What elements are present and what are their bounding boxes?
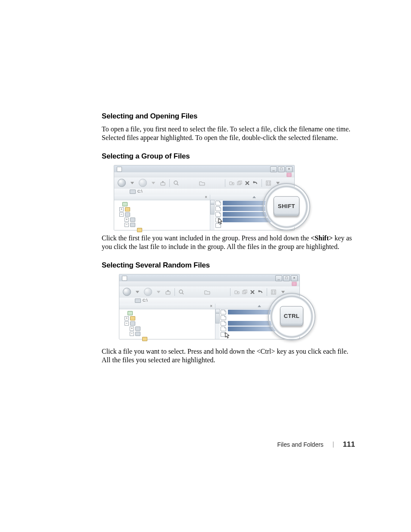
para-text: Click the first file you want included i… xyxy=(102,234,311,242)
tree-header: × xyxy=(114,195,210,200)
folder-icon xyxy=(142,337,147,341)
sort-arrow-icon xyxy=(252,196,256,198)
expand-icon[interactable]: + xyxy=(130,327,134,331)
collapse-icon[interactable]: − xyxy=(125,223,129,227)
forward-button[interactable] xyxy=(144,288,152,296)
scroll-up-icon[interactable] xyxy=(210,200,215,204)
address-path: C:\ xyxy=(143,299,148,302)
tree-item[interactable] xyxy=(117,202,143,207)
tree-item[interactable] xyxy=(117,227,143,233)
tree-item[interactable]: + xyxy=(117,217,143,222)
window-icon xyxy=(122,276,127,281)
figure-ctrl-select: _ □ × xyxy=(119,274,300,339)
keycap-callout: CTRL xyxy=(268,293,315,340)
dropdown-arrow-icon[interactable] xyxy=(134,289,140,295)
window-icon xyxy=(117,167,122,172)
back-button[interactable] xyxy=(118,179,126,187)
file-icon xyxy=(215,212,221,217)
maximize-button[interactable]: □ xyxy=(283,275,290,281)
copy-to-icon[interactable] xyxy=(237,180,243,186)
address-path: C:\ xyxy=(137,190,143,193)
folder-icon xyxy=(125,207,130,212)
tree-item[interactable] xyxy=(122,311,149,316)
file-icon xyxy=(221,327,226,331)
tree-item[interactable]: − xyxy=(122,321,149,326)
heading-selecting-opening: Selecting and Opening Files xyxy=(102,112,355,121)
tree-items: + − + − xyxy=(122,311,149,342)
computer-icon xyxy=(125,212,130,217)
tree-item[interactable]: − xyxy=(117,212,143,217)
minimize-button[interactable]: _ xyxy=(275,275,282,281)
key-name: <Shift> xyxy=(311,234,333,242)
file-icon xyxy=(215,206,221,211)
svg-rect-4 xyxy=(267,182,268,183)
key-name: <Ctrl> xyxy=(256,348,275,355)
footer-separator xyxy=(333,442,333,448)
tree-close-icon[interactable]: × xyxy=(205,195,207,199)
dropdown-arrow-icon[interactable] xyxy=(129,180,135,186)
file-icon xyxy=(215,218,221,222)
collapse-icon[interactable]: − xyxy=(119,212,124,217)
search-icon[interactable] xyxy=(173,180,179,186)
delete-icon[interactable] xyxy=(244,180,250,186)
folders-icon[interactable] xyxy=(199,180,205,186)
expand-icon[interactable]: + xyxy=(119,207,124,212)
folder-tree-pane: × + − + − xyxy=(119,304,215,339)
tree-item[interactable]: + xyxy=(122,316,149,321)
scrollbar[interactable] xyxy=(215,309,220,339)
drive-icon xyxy=(130,218,135,222)
close-button[interactable]: × xyxy=(286,166,293,172)
undo-icon[interactable] xyxy=(252,180,258,186)
figure-shift-select: _ □ × xyxy=(114,165,295,230)
maximize-button[interactable]: □ xyxy=(278,166,285,172)
tree-close-icon[interactable]: × xyxy=(210,304,212,308)
drive-icon xyxy=(135,332,140,336)
toolbar-separator xyxy=(174,288,175,296)
svg-rect-5 xyxy=(269,182,270,183)
scrollbar[interactable] xyxy=(210,200,215,230)
document-page: Selecting and Opening Files To open a fi… xyxy=(0,0,411,532)
tree-item[interactable]: + xyxy=(117,207,143,212)
expand-icon[interactable]: + xyxy=(125,316,129,320)
collapse-icon[interactable]: − xyxy=(125,321,129,326)
tree-item[interactable]: − xyxy=(122,331,149,336)
file-icon xyxy=(221,310,226,314)
ctrl-key-icon: CTRL xyxy=(280,306,303,326)
up-folder-icon[interactable] xyxy=(160,180,166,186)
close-button[interactable]: × xyxy=(291,275,298,281)
scroll-thumb[interactable] xyxy=(215,313,220,324)
tree-item[interactable]: + xyxy=(122,326,149,331)
collapse-icon[interactable]: − xyxy=(130,332,134,336)
expand-icon[interactable]: + xyxy=(125,218,129,222)
up-folder-icon[interactable] xyxy=(165,289,171,295)
minimize-button[interactable]: _ xyxy=(270,166,277,172)
move-to-icon[interactable] xyxy=(229,180,235,186)
undo-icon[interactable] xyxy=(257,289,263,295)
para-text: Click a file you want to select. Press a… xyxy=(102,348,256,355)
tree-item[interactable] xyxy=(122,336,149,342)
delete-icon[interactable] xyxy=(249,289,255,295)
scroll-thumb[interactable] xyxy=(210,204,215,215)
tree-item[interactable]: − xyxy=(117,222,143,227)
search-icon[interactable] xyxy=(178,289,184,295)
forward-button[interactable] xyxy=(139,179,147,187)
titlebar: _ □ × xyxy=(119,274,299,282)
toolbar-separator xyxy=(230,288,230,296)
file-icon xyxy=(215,223,221,228)
footer-page-number: 111 xyxy=(343,440,355,448)
sort-arrow-icon xyxy=(258,305,261,307)
shift-key-icon: SHIFT xyxy=(274,196,299,216)
move-to-icon[interactable] xyxy=(234,289,240,295)
scroll-up-icon[interactable] xyxy=(215,309,220,313)
back-button[interactable] xyxy=(123,288,131,296)
folders-icon[interactable] xyxy=(204,289,210,295)
para-selecting-random: Click a file you want to select. Press a… xyxy=(102,347,355,365)
file-icon xyxy=(215,201,221,205)
drive-icon xyxy=(135,327,140,331)
copy-to-icon[interactable] xyxy=(242,289,248,295)
file-icon xyxy=(221,321,226,326)
dropdown-arrow-icon[interactable] xyxy=(150,180,156,186)
folder-tree-pane: × + − + − xyxy=(114,195,210,230)
toolbar-separator xyxy=(262,179,262,187)
dropdown-arrow-icon[interactable] xyxy=(156,289,162,295)
